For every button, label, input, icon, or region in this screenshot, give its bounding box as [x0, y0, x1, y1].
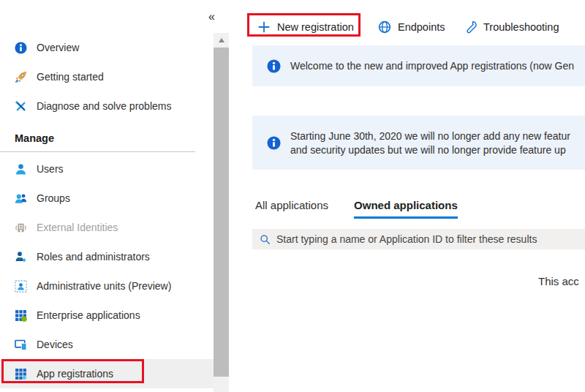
filter-search-input[interactable]	[276, 233, 585, 245]
user-icon	[15, 163, 27, 176]
sidebar-item-label: Administrative units (Preview)	[37, 280, 171, 292]
external-identities-icon	[15, 222, 27, 234]
sidebar-item-devices[interactable]: Devices	[0, 330, 214, 359]
sidebar-item-administrative-units[interactable]: Administrative units (Preview)	[0, 271, 214, 301]
sidebar-section-manage: Manage	[0, 129, 214, 147]
new-registration-label: New registration	[277, 21, 354, 33]
sidebar-item-label: Groups	[37, 192, 70, 204]
info-icon	[267, 59, 281, 73]
sidebar-item-label: Diagnose and solve problems	[37, 100, 171, 112]
info-icon	[15, 42, 27, 54]
scrollbar-up-button[interactable]	[214, 33, 229, 48]
sidebar-item-label: Enterprise applications	[37, 309, 140, 321]
roles-icon	[15, 251, 27, 263]
troubleshooting-button[interactable]: Troubleshooting	[464, 14, 559, 40]
welcome-banner-text: Welcome to the new and improved App regi…	[290, 60, 574, 72]
info-icon	[267, 136, 281, 150]
deprecation-info-banner: Starting June 30th, 2020 we will no long…	[252, 116, 585, 170]
sidebar-item-overview[interactable]: Overview	[0, 33, 214, 62]
sidebar-item-label: Getting started	[37, 71, 104, 83]
rocket-icon	[15, 71, 27, 83]
sidebar-collapse-button[interactable]: «	[208, 10, 215, 23]
users-icon	[15, 192, 27, 205]
enterprise-applications-icon	[15, 309, 27, 322]
endpoints-label: Endpoints	[398, 21, 445, 33]
sidebar-item-groups[interactable]: Groups	[0, 184, 214, 213]
sidebar-item-label: Users	[37, 163, 64, 175]
welcome-info-banner: Welcome to the new and improved App regi…	[252, 45, 585, 86]
scrollbar-thumb[interactable]	[214, 48, 229, 377]
sidebar-item-diagnose[interactable]: Diagnose and solve problems	[0, 91, 214, 121]
sidebar-item-getting-started[interactable]: Getting started	[0, 62, 214, 91]
wrench-icon	[464, 20, 477, 34]
sidebar-nav: Overview Getting started	[0, 33, 214, 388]
sidebar-item-label: Devices	[37, 339, 73, 350]
new-registration-button[interactable]: New registration	[257, 14, 354, 40]
troubleshooting-label: Troubleshooting	[483, 21, 559, 33]
endpoints-button[interactable]: Endpoints	[378, 14, 445, 40]
account-partial-text: This acc	[538, 275, 579, 287]
sidebar-item-label: Overview	[37, 42, 79, 53]
sidebar-item-enterprise-applications[interactable]: Enterprise applications	[0, 301, 214, 330]
plus-icon	[257, 20, 271, 34]
sidebar-item-label: Roles and administrators	[37, 251, 150, 263]
sidebar-item-label: App registrations	[37, 368, 113, 380]
sidebar-item-app-registrations[interactable]: App registrations	[0, 359, 214, 388]
globe-icon	[378, 20, 391, 34]
tab-all-applications[interactable]: All applications	[255, 195, 328, 219]
app-registrations-icon	[15, 368, 27, 380]
applications-tabs: All applications Owned applications	[255, 195, 458, 219]
scrollbar-up-icon	[219, 38, 224, 42]
deprecation-banner-text: Starting June 30th, 2020 we will no long…	[290, 130, 570, 156]
tools-icon	[15, 100, 27, 113]
admin-units-icon	[15, 280, 27, 293]
search-icon	[260, 234, 271, 245]
sidebar-item-label: External Identities	[37, 222, 118, 233]
app-registrations-page: y « Overview	[0, 0, 585, 392]
sidebar-scrollbar[interactable]	[214, 33, 229, 392]
sidebar-divider	[0, 151, 195, 152]
deprecation-line-1: Starting June 30th, 2020 we will no long…	[290, 130, 570, 142]
sidebar-item-external-identities[interactable]: External Identities	[0, 213, 214, 242]
filter-searchbox[interactable]	[252, 229, 585, 249]
deprecation-line-2: and security updates but we will no long…	[290, 144, 570, 156]
tab-owned-applications[interactable]: Owned applications	[354, 195, 458, 219]
sidebar-item-users[interactable]: Users	[0, 154, 214, 184]
sidebar-item-roles-administrators[interactable]: Roles and administrators	[0, 242, 214, 271]
devices-icon	[15, 339, 27, 351]
sidebar: « Overview Getting st	[0, 0, 229, 392]
